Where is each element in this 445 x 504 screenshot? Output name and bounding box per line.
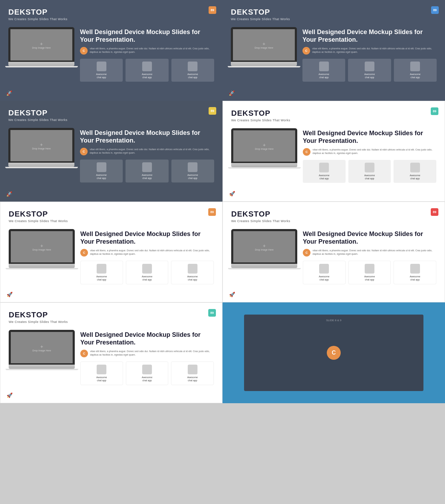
app-label-2-1: Awesomechat app (305, 73, 343, 79)
slide-4-header: DEKSTOP We Creates Simple Slides That Wo… (231, 109, 436, 122)
slide-2: DEKSTOP We Creates Simple Slides That Wo… (222, 0, 445, 101)
screen-content-7: + Drop Image Here (32, 344, 51, 352)
app-label-4-3: Awesomechat app (396, 174, 434, 180)
laptop-bottom-4 (228, 167, 301, 169)
slide-3-content: + Drop Image Here Well Designed Device M… (8, 128, 214, 182)
slide-2-content: + Drop Image Here Well Designed Device M… (231, 27, 437, 82)
laptop-5: + Drop Image Here (9, 229, 75, 269)
laptop-keyboard-5 (9, 264, 75, 268)
brand-subtitle-6: We Creates Simple Slides That Works (231, 219, 436, 223)
app-icon-4-1 (319, 163, 329, 172)
app-card-7-2: Awesomechat app (126, 361, 169, 385)
plus-icon-3: + (32, 142, 51, 147)
app-card-7-3: Awesomechat app (171, 361, 214, 385)
badge-7: 89 (208, 309, 216, 317)
laptop-7: + Drop Image Here (9, 330, 75, 370)
app-icon-6-2 (365, 264, 374, 274)
brand-subtitle-3: We Creates Simple Slides That Works (8, 118, 214, 122)
laptop-device-6: + Drop Image Here (231, 229, 297, 269)
app-cards-4: Awesomechat app Awesomechat app Awesomec… (303, 160, 436, 183)
app-cards-1: Awesomechat app Awesomechat app Awesomec… (80, 59, 214, 82)
laptop-screen-3: + Drop Image Here (10, 130, 72, 161)
slide-preview: SLIDE 8 & 9 C (222, 302, 445, 403)
drop-text-4: Drop Image Here (255, 148, 274, 150)
avatar-4: C (303, 148, 310, 156)
drop-text-1: Drop Image Here (32, 47, 51, 49)
app-card-4-3: Awesomechat app (394, 160, 436, 183)
slide-2-header: DEKSTOP We Creates Simple Slides That Wo… (231, 8, 437, 21)
badge-6: 89 (431, 208, 438, 216)
desc-text-5: vitae elit libero, a pharetra augue. Don… (90, 249, 214, 256)
slide-7-header: DEKSTOP We Creates Simple Slides That Wo… (9, 310, 214, 324)
app-icon-3-3 (188, 162, 197, 172)
badge-2: 89 (431, 6, 439, 14)
app-cards-3: Awesomechat app Awesomechat app Awesomec… (80, 160, 214, 182)
laptop-bottom-6 (228, 268, 301, 269)
app-icon-4-2 (365, 163, 374, 172)
laptop-bottom-2 (228, 66, 300, 67)
app-label-6-1: Awesomechat app (305, 275, 343, 281)
app-card-6-3: Awesomechat app (394, 261, 436, 284)
avatar-5: C (80, 249, 88, 257)
slide-3: DEKSTOP We Creates Simple Slides That Wo… (0, 101, 222, 202)
slide-6: DEKSTOP We Creates Simple Slides That Wo… (222, 202, 445, 302)
laptop-device-4: + Drop Image Here (231, 128, 297, 169)
brand-title-5: DEKSTOP (9, 210, 214, 219)
app-icon-6-1 (319, 264, 329, 274)
preview-logo: C (327, 346, 341, 360)
brand-title-3: DEKSTOP (8, 108, 214, 117)
desc-row-1: C vitae elit libero, a pharetra augue. D… (80, 47, 214, 55)
app-card-1-3: Awesomechat app (171, 59, 214, 82)
slide-6-header: DEKSTOP We Creates Simple Slides That Wo… (231, 210, 436, 223)
app-card-7-1: Awesomechat app (80, 361, 123, 385)
badge-5: 89 (208, 208, 216, 216)
main-heading-3: Well Designed Device Mockup Slides for Y… (80, 129, 214, 144)
app-icon-7-2 (142, 365, 152, 374)
screen-wrapper-3: + Drop Image Here (8, 128, 74, 163)
laptop-device-1: + Drop Image Here (8, 27, 74, 67)
screen-wrapper-1: + Drop Image Here (8, 27, 74, 62)
app-icon-3-2 (142, 162, 152, 172)
laptop-1: + Drop Image Here (8, 27, 74, 67)
screen-wrapper-5: + Drop Image Here (9, 229, 75, 264)
app-label-3-3: Awesomechat app (173, 173, 212, 180)
slide-5: DEKSTOP We Creates Simple Slides That Wo… (0, 202, 222, 302)
desc-text-1: vitae elit libero, a pharetra augue. Don… (90, 47, 214, 54)
app-icon-7-1 (97, 365, 106, 374)
drop-text-3: Drop Image Here (32, 147, 51, 150)
preview-title-bar: SLIDE 8 & 9 (326, 319, 341, 322)
rocket-7: 🚀 (7, 392, 13, 398)
badge-1: 89 (209, 6, 216, 14)
laptop-device-5: + Drop Image Here (9, 229, 75, 269)
plus-icon-5: + (32, 243, 51, 249)
app-cards-6: Awesomechat app Awesomechat app Awesomec… (303, 261, 436, 284)
rocket-3: 🚀 (6, 191, 12, 197)
app-label-3-2: Awesomechat app (128, 173, 166, 180)
app-label-7-1: Awesomechat app (83, 376, 121, 382)
app-card-6-1: Awesomechat app (303, 261, 346, 284)
app-icon-1-1 (97, 62, 106, 71)
app-label-5-1: Awesomechat app (83, 275, 121, 281)
slide-3-header: DEKSTOP We Creates Simple Slides That Wo… (8, 108, 214, 122)
brand-title-2: DEKSTOP (231, 8, 437, 17)
laptop-3: + Drop Image Here (8, 128, 74, 168)
desc-row-2: C vitae elit libero, a pharetra augue. D… (302, 47, 437, 55)
avatar-3: C (80, 148, 88, 155)
laptop-device-7: + Drop Image Here (9, 330, 75, 370)
laptop-4: + Drop Image Here (231, 128, 297, 169)
desc-row-5: C vitae elit libero, a pharetra augue. D… (80, 249, 214, 257)
brand-subtitle-7: We Creates Simple Slides That Works (9, 320, 214, 324)
screen-wrapper-6: + Drop Image Here (231, 229, 297, 264)
app-card-5-2: Awesomechat app (126, 261, 169, 284)
app-cards-2: Awesomechat app Awesomechat app Awesomec… (302, 59, 437, 82)
laptop-keyboard-3 (8, 163, 74, 167)
slide-7: DEKSTOP We Creates Simple Slides That Wo… (0, 302, 222, 403)
app-card-2-2: Awesomechat app (348, 59, 391, 82)
app-icon-5-2 (142, 264, 152, 274)
app-card-3-2: Awesomechat app (126, 160, 168, 182)
app-icon-2-2 (365, 62, 374, 71)
drop-text-7: Drop Image Here (32, 349, 51, 352)
laptop-bottom-3 (5, 167, 78, 168)
desc-text-3: vitae elit libero, a pharetra augue. Don… (90, 148, 214, 155)
rocket-5: 🚀 (7, 292, 13, 297)
